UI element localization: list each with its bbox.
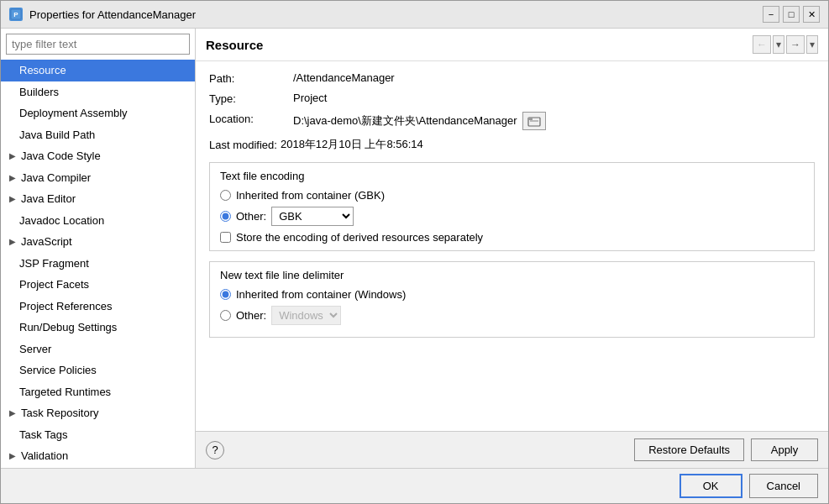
delimiter-other-label: Other: — [236, 309, 266, 322]
ok-button[interactable]: OK — [679, 474, 742, 498]
sidebar-item-label: Java Build Path — [19, 127, 95, 144]
encoding-section-title: Text file encoding — [220, 170, 804, 182]
nav-forward-dropdown[interactable]: ▾ — [806, 35, 818, 54]
window-controls: − □ ✕ — [763, 6, 820, 23]
sidebar-item-label: JSP Fragment — [19, 255, 89, 272]
right-panel: Resource ← ▾ → ▾ Path: /AttendanceManage… — [196, 29, 828, 468]
help-button[interactable]: ? — [206, 441, 224, 459]
delimiter-section-title: New text file line delimiter — [220, 269, 804, 281]
sidebar-item-java-build-path[interactable]: Java Build Path — [1, 124, 195, 146]
sidebar-item-label: Validation — [21, 448, 68, 465]
sidebar-item-label: Builders — [19, 84, 59, 101]
dialog: P Properties for AttendanceManager − □ ✕… — [0, 0, 829, 504]
delimiter-inherited-row: Inherited from container (Windows) — [220, 288, 804, 301]
bottom-right-buttons: Restore Defaults Apply — [634, 438, 818, 461]
last-modified-row: Last modified: 2018年12月10日 上午8:56:14 — [209, 137, 815, 152]
sidebar-item-javascript[interactable]: ▶JavaScript — [1, 231, 195, 253]
location-label: Location: — [209, 112, 293, 125]
restore-defaults-button[interactable]: Restore Defaults — [634, 438, 744, 461]
main-content: ResourceBuildersDeployment AssemblyJava … — [1, 29, 828, 468]
inherited-encoding-label: Inherited from container (GBK) — [236, 189, 385, 202]
sidebar-item-java-compiler[interactable]: ▶Java Compiler — [1, 167, 195, 189]
sidebar-item-deployment-assembly[interactable]: Deployment Assembly — [1, 102, 195, 124]
apply-button[interactable]: Apply — [751, 438, 818, 461]
sidebar-item-builders[interactable]: Builders — [1, 81, 195, 103]
sidebar-item-label: Server — [19, 341, 51, 358]
expand-arrow-icon: ▶ — [8, 151, 18, 161]
sidebar-item-task-repository[interactable]: ▶Task Repository — [1, 402, 195, 424]
inherited-encoding-radio[interactable] — [220, 190, 231, 201]
expand-arrow-icon: ▶ — [8, 408, 18, 418]
sidebar-item-javadoc-location[interactable]: Javadoc Location — [1, 210, 195, 232]
cancel-button[interactable]: Cancel — [749, 474, 818, 498]
other-encoding-label: Other: — [236, 210, 266, 223]
nav-forward-button[interactable]: → — [786, 35, 805, 54]
minimize-button[interactable]: − — [763, 6, 779, 23]
sidebar-item-label: Java Compiler — [21, 170, 91, 186]
delimiter-inherited-radio[interactable] — [220, 289, 231, 300]
sidebar-item-java-editor[interactable]: ▶Java Editor — [1, 188, 195, 210]
sidebar-item-label: Task Tags — [19, 427, 68, 444]
expand-arrow-icon: ▶ — [8, 451, 18, 461]
sidebar-item-label: Java Editor — [21, 191, 76, 207]
delimiter-inherited-label: Inherited from container (Windows) — [236, 288, 406, 301]
panel-title: Resource — [206, 38, 263, 52]
encoding-section: Text file encoding Inherited from contai… — [209, 162, 815, 251]
expand-arrow-icon: ▶ — [8, 172, 18, 182]
encoding-dropdown[interactable]: GBKUTF-8ISO-8859-1UTF-16 — [271, 207, 354, 226]
delimiter-section: New text file line delimiter Inherited f… — [209, 261, 815, 338]
sidebar-item-label: Task Repository — [21, 405, 98, 422]
delimiter-other-radio[interactable] — [220, 310, 231, 321]
path-row: Path: /AttendanceManager — [209, 71, 815, 85]
sidebar-item-java-code-style[interactable]: ▶Java Code Style — [1, 145, 195, 167]
title-bar: P Properties for AttendanceManager − □ ✕ — [1, 1, 828, 29]
sidebar-item-rundebug-settings[interactable]: Run/Debug Settings — [1, 317, 195, 339]
type-value: Project — [293, 92, 327, 104]
path-label: Path: — [209, 71, 293, 85]
sidebar-item-jsp-fragment[interactable]: JSP Fragment — [1, 253, 195, 275]
sidebar-item-targeted-runtimes[interactable]: Targeted Runtimes — [1, 381, 195, 403]
type-label: Type: — [209, 92, 293, 105]
type-row: Type: Project — [209, 92, 815, 105]
other-encoding-row: Other: GBKUTF-8ISO-8859-1UTF-16 — [220, 207, 804, 226]
close-button[interactable]: ✕ — [803, 6, 820, 23]
filter-input[interactable] — [6, 34, 190, 55]
window-icon: P — [9, 8, 23, 21]
expand-arrow-icon: ▶ — [8, 237, 18, 247]
maximize-button[interactable]: □ — [783, 6, 800, 23]
delimiter-dropdown[interactable]: WindowsUnixMac — [271, 306, 341, 325]
sidebar-item-label: Service Policies — [19, 362, 97, 379]
bottom-bar: ? Restore Defaults Apply — [196, 431, 828, 468]
delimiter-other-row: Other: WindowsUnixMac — [220, 306, 804, 325]
sidebar-item-service-policies[interactable]: Service Policies — [1, 360, 195, 381]
last-modified-label: Last modified: — [209, 139, 277, 151]
location-browse-button[interactable] — [522, 112, 546, 130]
svg-rect-3 — [528, 118, 533, 120]
sidebar-item-project-facets[interactable]: Project Facets — [1, 274, 195, 296]
inherited-encoding-row: Inherited from container (GBK) — [220, 189, 804, 202]
sidebar-item-task-tags[interactable]: Task Tags — [1, 424, 195, 446]
store-separately-checkbox[interactable] — [220, 232, 231, 243]
nav-back-button[interactable]: ← — [753, 35, 771, 54]
sidebar-item-label: Java Code Style — [21, 148, 101, 165]
right-header: Resource ← ▾ → ▾ — [196, 29, 828, 61]
expand-arrow-icon: ▶ — [8, 194, 18, 204]
store-separately-row: Store the encoding of derived resources … — [220, 231, 804, 244]
sidebar-item-project-references[interactable]: Project References — [1, 296, 195, 318]
location-row: Location: D:\java-demo\新建文件夹\AttendanceM… — [209, 112, 815, 130]
store-separately-label: Store the encoding of derived resources … — [236, 231, 483, 244]
location-value: D:\java-demo\新建文件夹\AttendanceManager — [293, 113, 517, 129]
sidebar-item-label: Project References — [19, 298, 113, 315]
other-encoding-radio[interactable] — [220, 211, 231, 222]
sidebar-item-validation[interactable]: ▶Validation — [1, 445, 195, 467]
sidebar-item-label: JavaScript — [21, 234, 72, 250]
sidebar-item-server[interactable]: Server — [1, 339, 195, 360]
sidebar-item-resource[interactable]: Resource — [1, 60, 195, 81]
nav-back-dropdown[interactable]: ▾ — [773, 35, 784, 54]
svg-text:P: P — [13, 11, 18, 18]
sidebar-item-label: Javadoc Location — [19, 213, 104, 229]
nav-buttons: ← ▾ → ▾ — [753, 35, 818, 54]
path-value: /AttendanceManager — [293, 71, 395, 84]
dialog-footer: OK Cancel — [1, 468, 828, 503]
sidebar-item-label: Targeted Runtimes — [19, 384, 111, 401]
